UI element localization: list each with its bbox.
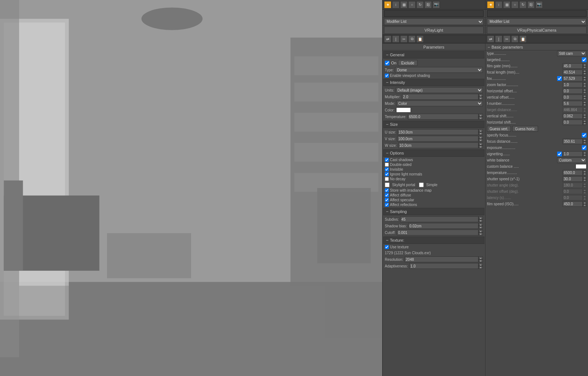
guess-horiz-button[interactable]: Guess horiz. [512,126,538,132]
fov-checkbox[interactable] [557,76,562,81]
guess-vert-button[interactable]: Guess vert. [487,126,511,132]
color-swatch[interactable] [396,107,411,113]
target-distance-input[interactable] [563,107,583,113]
shutter-speed-input[interactable] [563,176,583,182]
cutoff-input[interactable] [397,230,478,235]
use-texture-checkbox[interactable] [385,245,389,249]
cam-camera-icon[interactable]: 📷 [535,1,543,8]
camera-modifier-select[interactable]: Modifier List [487,18,587,25]
mode-select[interactable]: Color [397,100,483,106]
fspd-up[interactable]: ▲ [583,202,587,204]
fd-up[interactable]: ▲ [583,139,587,142]
size-section-header[interactable]: Size [383,121,484,128]
skylight-portal-checkbox[interactable] [385,182,390,187]
affect-diffuse-checkbox[interactable] [385,193,389,197]
vo-up[interactable]: ▲ [583,95,587,97]
u-up[interactable]: ▲ [478,129,483,132]
light-sub-icon4[interactable]: ⧉ [408,35,416,43]
light-sub-icon2[interactable]: | [392,35,399,43]
shutter-offset-input[interactable] [563,189,583,194]
cam-move-icon[interactable]: ↕ [495,1,502,8]
fov-up[interactable]: ▲ [583,76,587,79]
light-modifier-select[interactable]: Modifier List [384,18,484,25]
zoom-down[interactable]: ▼ [583,85,587,88]
ct-down[interactable]: ▼ [583,173,587,175]
general-section-header[interactable]: General [383,51,484,58]
light-sub-icon3[interactable]: ✂ [400,35,408,43]
cam-sub-icon1[interactable]: ⇄ [487,35,494,43]
resolution-input[interactable] [405,256,478,262]
star-icon-btn[interactable]: ★ [384,1,391,8]
camera-icon-btn-left[interactable]: 📷 [433,1,440,8]
fl-down[interactable]: ▼ [583,72,587,75]
cam-sub-icon3[interactable]: ✂ [503,35,510,43]
cutoff-up[interactable]: ▲ [478,230,483,233]
fn-down[interactable]: ▼ [583,104,587,106]
cam-link-icon[interactable]: ⛓ [527,1,535,8]
adaptiveness-input[interactable] [409,263,478,269]
vignetting-checkbox[interactable] [557,152,562,156]
hs-up[interactable]: ▲ [583,120,587,123]
v-down[interactable]: ▼ [478,139,483,142]
cutoff-down[interactable]: ▼ [478,233,483,235]
hs-down[interactable]: ▼ [583,123,587,125]
vo-down[interactable]: ▼ [583,97,587,100]
cam-temperature-input[interactable] [563,170,583,175]
temperature-input[interactable] [408,114,478,120]
sbias-down[interactable]: ▼ [478,226,483,229]
vig-up[interactable]: ▲ [583,152,587,154]
cam-grid-icon[interactable]: ▦ [503,1,510,8]
multiplier-down[interactable]: ▼ [478,97,483,100]
store-irradiance-checkbox[interactable] [385,188,389,192]
multiplier-input[interactable] [402,94,478,100]
exposure-checkbox[interactable] [582,145,587,150]
ho-up[interactable]: ▲ [583,89,587,91]
invisible-checkbox[interactable] [385,167,389,171]
ho-down[interactable]: ▼ [583,91,587,94]
sbias-up[interactable]: ▲ [478,223,483,226]
fg-up[interactable]: ▲ [583,64,587,66]
affect-specular-checkbox[interactable] [385,198,389,202]
u-size-input[interactable] [398,129,478,135]
ss-up[interactable]: ▲ [583,177,587,179]
fn-up[interactable]: ▲ [583,101,587,104]
fl-up[interactable]: ▲ [583,70,587,72]
vert-offset-input[interactable] [563,95,583,100]
cam-sub-icon4[interactable]: ⧉ [511,35,519,43]
res-down[interactable]: ▼ [478,259,483,262]
viewport-shading-checkbox[interactable] [385,74,389,78]
zoom-up[interactable]: ▲ [583,82,587,85]
camera-name-input[interactable]: living room camera [487,10,587,17]
fov-down[interactable]: ▼ [583,79,587,81]
custom-balance-swatch[interactable] [576,164,587,169]
cast-shadows-checkbox[interactable] [385,158,389,162]
adapt-down[interactable]: ▼ [478,266,483,269]
sampling-section-header[interactable]: Sampling [383,208,484,215]
simple-checkbox[interactable] [419,182,424,187]
vs-up[interactable]: ▲ [583,114,587,116]
light-sub-icon5[interactable]: 📋 [416,35,424,43]
vs-down[interactable]: ▼ [583,116,587,119]
units-select[interactable]: Default (image) [396,87,483,93]
horiz-offset-input[interactable] [563,88,583,94]
td-up[interactable]: ▲ [583,107,587,110]
fov-input[interactable] [563,76,583,81]
w-up[interactable]: ▲ [478,142,483,145]
film-speed-input[interactable] [563,201,583,207]
fd-down[interactable]: ▼ [583,142,587,144]
sa-up[interactable]: ▲ [583,183,587,185]
lat-up[interactable]: ▲ [583,195,587,198]
multiplier-up[interactable]: ▲ [478,94,483,97]
v-up[interactable]: ▲ [478,136,483,139]
vignetting-input[interactable] [563,151,583,157]
cam-circle-icon[interactable]: ○ [511,1,519,8]
light-name-input[interactable]: hdr1 1222 sun clouds [384,10,484,17]
cam-star-icon[interactable]: ★ [487,1,494,8]
subdivs-up[interactable]: ▲ [478,216,483,219]
intensity-section-header[interactable]: Intensity [383,79,484,86]
focus-distance-input[interactable] [563,139,583,144]
w-down[interactable]: ▼ [478,145,483,148]
temp-up[interactable]: ▲ [478,114,483,117]
cam-sub-icon2[interactable]: | [495,35,502,43]
u-down[interactable]: ▼ [478,132,483,135]
